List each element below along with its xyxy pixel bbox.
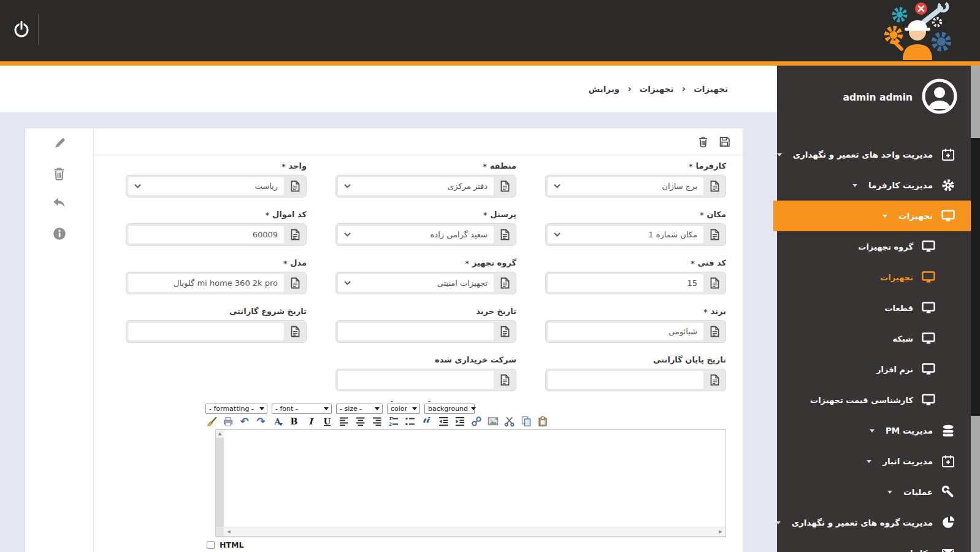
indent-icon[interactable] xyxy=(454,416,465,427)
chevron-down-icon xyxy=(259,407,264,410)
editor-textarea[interactable]: ▲ ▼ ◀ ▶ xyxy=(215,429,726,537)
sidebar: admin admin مدیریت واحد های تعمیر و نگهد… xyxy=(777,66,971,552)
formatting-select[interactable]: - formatting - xyxy=(205,404,267,414)
html-mode-checkbox[interactable] xyxy=(207,541,215,549)
color-select[interactable]: - color - xyxy=(387,404,420,414)
page-scrollbar-thumb[interactable] xyxy=(971,138,980,416)
cut-icon[interactable] xyxy=(503,416,515,427)
chevron-down-icon xyxy=(887,491,892,494)
personnel-select[interactable]: سعید گرامی زاده xyxy=(335,223,516,246)
paste-icon[interactable] xyxy=(537,416,548,427)
sidebar-item-operations[interactable]: عملیات xyxy=(777,477,971,507)
scroll-left-icon[interactable]: ◀ xyxy=(224,529,234,534)
field-label: شرکت خریداری شده xyxy=(435,355,516,364)
size-select[interactable]: - size - xyxy=(336,404,383,414)
field-label: تاریخ شروع گارانتی xyxy=(229,307,307,316)
purchase-date-input[interactable] xyxy=(335,320,516,343)
info-icon[interactable] xyxy=(25,218,93,248)
user-profile[interactable]: admin admin xyxy=(777,66,971,117)
chevron-down-icon xyxy=(882,215,887,218)
breadcrumb-item[interactable]: تجهیزات xyxy=(694,84,728,94)
sidebar-item-equipment[interactable]: تجهیزات xyxy=(773,201,971,231)
print-icon[interactable] xyxy=(222,416,234,427)
clean-brush-icon[interactable] xyxy=(205,416,217,427)
delete-trash-icon[interactable] xyxy=(25,158,93,188)
model-input[interactable]: mi home 360 2k pro گلوبال xyxy=(126,272,307,294)
chevron-down-icon xyxy=(852,184,857,187)
sidebar-item-equipment-group[interactable]: گروه تجهیزات xyxy=(777,231,971,262)
purchased-company-input[interactable] xyxy=(335,369,516,391)
sidebar-item-parts[interactable]: قطعات xyxy=(777,293,971,323)
sidebar-item-maintenance-groups[interactable]: مدیریت گروه های تعمیر و نگهداری xyxy=(777,507,971,538)
italic-icon[interactable]: I xyxy=(305,416,316,427)
equipment-form: کارفرما* برج سازان منطقه* دفتر مرکزی واح… xyxy=(94,155,743,391)
database-icon xyxy=(941,424,955,437)
brand-input[interactable]: شیائومی xyxy=(545,320,726,343)
field-label: تاریخ پایان گارانتی xyxy=(653,355,726,364)
warranty-end-date-input[interactable] xyxy=(545,369,726,391)
field-brand: برند* شیائومی xyxy=(545,307,726,343)
scrollbar-thumb[interactable] xyxy=(216,438,224,528)
document-icon xyxy=(703,321,725,342)
svg-text:1: 1 xyxy=(389,416,392,421)
redo-icon[interactable]: ↷ xyxy=(255,416,267,427)
sidebar-item-network[interactable]: شبکه xyxy=(777,323,971,354)
sidebar-item-warehouse-management[interactable]: مدیریت انبار xyxy=(777,446,971,477)
employer-select[interactable]: برج سازان xyxy=(545,175,726,197)
link-icon[interactable] xyxy=(470,416,482,427)
copy-icon[interactable] xyxy=(520,416,532,427)
breadcrumb-item[interactable]: ویرایش xyxy=(589,84,620,94)
undo-icon[interactable]: ↶ xyxy=(239,416,250,427)
power-icon[interactable] xyxy=(9,15,34,44)
sidebar-item-software[interactable]: نرم افزار xyxy=(777,354,971,385)
document-icon xyxy=(703,175,725,197)
sidebar-item-equipment-list[interactable]: تجهیزات xyxy=(777,262,971,293)
document-icon xyxy=(284,175,306,197)
remove-format-icon[interactable]: A xyxy=(272,416,283,427)
unordered-list-icon[interactable] xyxy=(404,416,416,427)
back-reply-icon[interactable] xyxy=(25,188,93,218)
sidebar-item-maintenance-units[interactable]: مدیریت واحد های تعمیر و نگهداری xyxy=(777,139,971,170)
region-select[interactable]: دفتر مرکزی xyxy=(335,175,516,197)
sidebar-item-pm-management[interactable]: مدیریت PM xyxy=(777,415,971,446)
font-select[interactable]: - font - xyxy=(272,404,332,414)
ordered-list-icon[interactable]: 12 xyxy=(388,416,399,427)
chevron-down-icon xyxy=(344,232,351,237)
chevron-down-icon xyxy=(134,184,141,188)
bold-icon[interactable]: B xyxy=(288,416,300,427)
breadcrumb-separator-icon: ‹ xyxy=(627,84,632,94)
chevron-down-icon xyxy=(870,429,875,432)
editor-horizontal-scrollbar[interactable]: ◀ ▶ xyxy=(216,527,725,536)
sidebar-nav: مدیریت واحد های تعمیر و نگهداری مدیریت ک… xyxy=(777,139,971,552)
align-right-icon[interactable] xyxy=(371,416,383,427)
warranty-start-date-input[interactable] xyxy=(126,320,307,343)
align-center-icon[interactable] xyxy=(354,416,366,427)
sidebar-item-price-appraisal[interactable]: کارشناسی قیمت تجهیزات xyxy=(777,385,971,415)
image-icon[interactable] xyxy=(487,416,499,427)
required-marker: * xyxy=(483,161,486,171)
avatar xyxy=(922,79,957,117)
blockquote-icon[interactable]: “ xyxy=(421,416,432,427)
sidebar-item-employer-management[interactable]: مدیریت کارفرما xyxy=(777,170,971,201)
field-asset-code: کد اموال* 60009 xyxy=(126,210,307,246)
location-select[interactable]: مکان شماره 1 xyxy=(545,223,726,246)
page-scrollbar[interactable] xyxy=(971,66,980,552)
underline-icon[interactable]: U xyxy=(321,416,333,427)
required-marker: * xyxy=(700,209,703,220)
scroll-right-icon[interactable]: ▶ xyxy=(716,529,725,534)
edit-pencil-icon[interactable] xyxy=(25,128,93,158)
technical-code-input[interactable]: 15 xyxy=(545,272,726,294)
delete-trash-icon[interactable] xyxy=(697,136,709,148)
unit-select[interactable]: ریاست xyxy=(126,175,307,197)
rich-text-editor: - formatting - - font - - size - - color… xyxy=(205,404,730,550)
asset-code-input[interactable]: 60009 xyxy=(126,223,307,246)
sidebar-item-correspondence[interactable]: مکاتبات xyxy=(777,538,971,552)
background-select[interactable]: - background - xyxy=(424,404,475,414)
save-floppy-icon[interactable] xyxy=(719,136,730,148)
outdent-icon[interactable] xyxy=(437,416,449,427)
equipment-group-select[interactable]: تجهیزات امنیتی xyxy=(335,272,516,294)
breadcrumb-item[interactable]: تجهیزات xyxy=(640,84,674,94)
scroll-up-icon[interactable]: ▲ xyxy=(218,430,221,438)
align-left-icon[interactable] xyxy=(338,416,350,427)
document-icon xyxy=(284,224,306,245)
